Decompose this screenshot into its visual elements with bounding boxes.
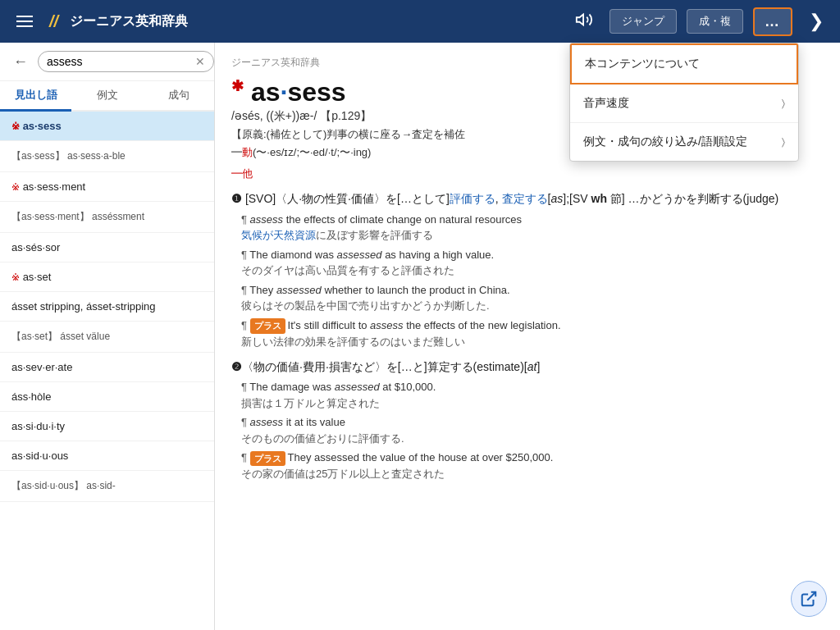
dropdown-item-filter[interactable]: 例文・成句の絞り込み/語順設定 〉 <box>570 123 798 161</box>
def-link-evaluate[interactable]: 評価する <box>450 192 495 205</box>
close-panel-button[interactable]: ❯ <box>802 7 830 36</box>
headword-text: as·sess <box>251 77 346 107</box>
word-text: 【as·sess·ment】 asséssment <box>11 211 144 222</box>
sidebar: ← ✕ 見出し語 例文 成句 ※ as·sess 【as·sess】 as·se… <box>0 43 215 630</box>
dropdown-item-about[interactable]: 本コンテンツについて <box>570 43 798 84</box>
asterisk-icon: ※ <box>11 272 20 283</box>
list-item[interactable]: 【as·sess】 as·sess·a-ble <box>0 141 214 172</box>
asterisk-icon: ※ <box>11 121 20 132</box>
word-text: 【as·sess】 as·sess·a-ble <box>11 150 126 162</box>
export-icon <box>800 590 818 608</box>
example-ja: そのダイヤは高い品質を有すると評価された <box>241 262 824 279</box>
example-en: ¶ The damage was assessed at $10,000. <box>241 379 824 395</box>
more-menu-button[interactable]: … <box>753 7 792 36</box>
example-en: ¶ プラスThey assessed the value of the hous… <box>241 450 824 466</box>
dropdown-menu: 本コンテンツについて 音声速度 〉 例文・成句の絞り込み/語順設定 〉 <box>569 43 799 162</box>
dropdown-item-speed[interactable]: 音声速度 〉 <box>570 84 798 123</box>
tab-phrase[interactable]: 成句 <box>143 81 214 112</box>
example-ja: 新しい法律の効果を評価するのはいまだ難しい <box>241 334 824 350</box>
word-text: as·si·du·i·ty <box>11 420 65 432</box>
list-item[interactable]: as·si·du·i·ty <box>0 412 214 441</box>
example-3: ¶ They assessed whether to launch the pr… <box>241 282 824 314</box>
list-item[interactable]: áss·hòle <box>0 382 214 412</box>
example-ja: その家の価値は25万ドル以上と査定された <box>241 466 824 482</box>
audio-button[interactable] <box>568 7 600 37</box>
example-ja: 気候が天然資源に及ぼす影響を評価する <box>241 227 824 244</box>
definition-block-1: ❶ [SVO]〈人·物の性質·価値〉を[…として]評価する, 査定する[as];… <box>231 189 824 349</box>
chevron-right-icon: 〉 <box>782 98 785 109</box>
example-en: ¶ They assessed whether to launch the pr… <box>241 282 824 299</box>
definition-block-2: ❷〈物の価値·費用·損害など〉を[…と]算定する(estimate)[at] ¶… <box>231 358 824 482</box>
list-item[interactable]: ásset stripping, ásset-stripping <box>0 292 214 322</box>
example-ja-link[interactable]: 気候が天然資源 <box>241 229 316 241</box>
list-item[interactable]: 【as·set】 ásset välue <box>0 322 214 353</box>
export-float-button[interactable] <box>791 581 827 617</box>
example-en: ¶ The diamond was assessed as having a h… <box>241 247 824 263</box>
example-ja: 彼らはその製品を中国で売り出すかどうか判断した. <box>241 298 824 314</box>
plus-badge: プラス <box>250 318 285 334</box>
example-en: ¶ プラスIt's still difficult to assess the … <box>241 317 824 334</box>
search-input-wrap: ✕ <box>38 51 214 72</box>
entry-other: ━他 <box>231 167 824 181</box>
tab-headword[interactable]: 見出し語 <box>0 81 71 112</box>
asterisk-icon: ※ <box>11 181 20 193</box>
example-1: ¶ assess the effects of climate change o… <box>241 212 824 244</box>
search-input[interactable] <box>47 55 190 68</box>
word-text: 【as·sid·u·ous】 as·sid- <box>11 480 116 491</box>
definition-1-text: ❶ [SVO]〈人·物の性質·価値〉を[…として]評価する, 査定する[as];… <box>231 189 824 208</box>
dropdown-item-label: 本コンテンツについて <box>585 57 700 71</box>
example-7: ¶ プラスThey assessed the value of the hous… <box>241 450 824 482</box>
dropdown-item-label: 音声速度 <box>583 96 629 111</box>
compound-button[interactable]: 成・複 <box>687 9 743 34</box>
word-text: as·sés·sor <box>11 241 60 253</box>
example-2: ¶ The diamond was assessed as having a h… <box>241 247 824 279</box>
list-item[interactable]: as·sev·er·ate <box>0 353 214 382</box>
hamburger-icon <box>16 16 33 27</box>
chevron-right-icon: 〉 <box>782 136 785 148</box>
word-text: áss·hòle <box>11 390 51 403</box>
word-text: as·sev·er·ate <box>11 361 72 373</box>
sidebar-word-list: ※ as·sess 【as·sess】 as·sess·a-ble ※ as·s… <box>0 112 214 630</box>
back-button[interactable]: ← <box>10 52 31 72</box>
example-ja: 損害は１万ドルと算定された <box>241 395 824 412</box>
definition-2-text: ❷〈物の価値·費用·損害など〉を[…と]算定する(estimate)[at] <box>231 358 824 376</box>
example-en: ¶ assess the effects of climate change o… <box>241 212 824 228</box>
sidebar-tabs: 見出し語 例文 成句 <box>0 81 214 112</box>
search-bar: ← ✕ <box>0 43 214 81</box>
word-text: as·sess <box>23 120 62 132</box>
jump-button[interactable]: ジャンプ <box>609 9 677 34</box>
tab-example[interactable]: 例文 <box>71 81 143 112</box>
plus-badge: プラス <box>250 451 285 467</box>
word-text: ásset stripping, ásset-stripping <box>11 300 156 313</box>
example-4: ¶ プラスIt's still difficult to assess the … <box>241 317 824 349</box>
clear-search-button[interactable]: ✕ <box>195 55 205 68</box>
app-logo: // <box>49 12 58 31</box>
example-6: ¶ assess it at its value そのものの価値どおりに評価する… <box>241 414 824 446</box>
list-item[interactable]: ※ as·set <box>0 262 214 292</box>
speaker-icon <box>575 11 593 29</box>
list-item[interactable]: as·sés·sor <box>0 233 214 262</box>
example-5: ¶ The damage was assessed at $10,000. 損害… <box>241 379 824 411</box>
list-item[interactable]: 【as·sid·u·ous】 as·sid- <box>0 471 214 502</box>
list-item[interactable]: 【as·sess·ment】 asséssment <box>0 202 214 233</box>
word-text: as·sid·u·ous <box>11 450 68 462</box>
app-title: ジーニアス英和辞典 <box>70 13 559 30</box>
hamburger-menu-button[interactable] <box>10 11 39 31</box>
list-item[interactable]: ※ as·sess <box>0 112 214 141</box>
list-item[interactable]: as·sid·u·ous <box>0 441 214 471</box>
list-item[interactable]: ※ as·sess·ment <box>0 172 214 202</box>
headword-asterisk: ✱ <box>231 78 244 94</box>
example-en: ¶ assess it at its value <box>241 414 824 431</box>
example-ja: そのものの価値どおりに評価する. <box>241 431 824 447</box>
app-header: // ジーニアス英和辞典 ジャンプ 成・複 … ❯ <box>0 0 840 43</box>
word-text: as·set <box>23 271 52 283</box>
def-link-assess[interactable]: 査定する <box>502 192 548 205</box>
svg-marker-0 <box>577 14 583 25</box>
dropdown-item-label: 例文・成句の絞り込み/語順設定 <box>583 135 747 149</box>
word-text: as·sess·ment <box>23 180 86 193</box>
word-text: 【as·set】 ásset välue <box>11 331 110 342</box>
